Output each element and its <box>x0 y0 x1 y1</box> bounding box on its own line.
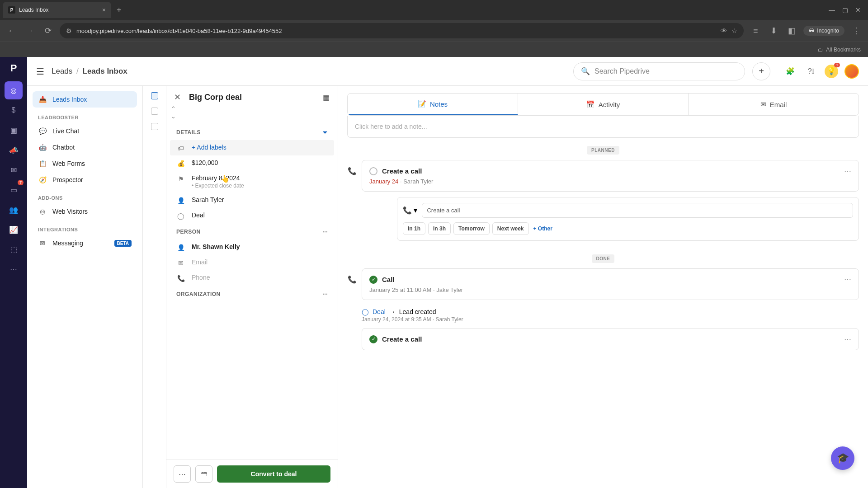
help-icon[interactable]: ?⃝ <box>804 64 818 79</box>
rail-deals-icon[interactable]: $ <box>5 101 23 119</box>
planned-activity-card[interactable]: 📞 Create a call ⋯ January 24 · Sarah Tyl… <box>362 160 859 192</box>
calendar-icon: 📅 <box>586 100 595 108</box>
list-checkbox[interactable] <box>151 123 158 130</box>
more-actions-button[interactable]: ⋯ <box>174 465 191 483</box>
activity-menu-icon[interactable]: ⋯ <box>844 167 851 175</box>
owner-row[interactable]: 👤 Sarah Tyler <box>166 192 338 208</box>
sidebar-item-prospector[interactable]: 🧭Prospector <box>33 172 137 188</box>
activity-title: Create a call <box>382 167 422 175</box>
minimize-icon[interactable]: — <box>829 6 835 14</box>
menu-toggle-icon[interactable]: ☰ <box>36 66 44 77</box>
rail-campaigns-icon[interactable]: 📣 <box>5 141 23 159</box>
event-text: Lead created <box>399 308 436 315</box>
hide-extension-icon[interactable]: 👁 <box>721 27 727 34</box>
complete-checkbox[interactable] <box>369 167 377 175</box>
archive-button[interactable]: 🗃 <box>195 465 212 483</box>
back-button[interactable]: ← <box>5 26 18 36</box>
add-labels-row[interactable]: 🏷 + Add labels <box>170 140 334 155</box>
quick-activity-input[interactable] <box>422 203 853 218</box>
quick-other-link[interactable]: + Other <box>533 225 552 232</box>
note-input[interactable]: Click here to add a note... <box>347 116 859 138</box>
filter-icon[interactable]: ⏷ <box>322 129 328 136</box>
sidebar-item-inbox[interactable]: 📥 Leads Inbox <box>33 91 137 108</box>
activity-menu-icon[interactable]: ⋯ <box>844 275 851 284</box>
reload-button[interactable]: ⟳ <box>42 26 54 36</box>
deal-link[interactable]: Deal <box>373 308 386 315</box>
url-bar[interactable]: ⚙ moodjoy.pipedrive.com/leads/inbox/db41… <box>60 23 744 38</box>
search-icon: 🔍 <box>581 67 590 75</box>
rail-mail-icon[interactable]: ✉ <box>5 161 23 179</box>
sidebar-heading-leadbooster: LEADBOOSTER <box>33 108 137 123</box>
call-dropdown-icon[interactable]: 📞 ▾ <box>403 206 417 215</box>
chat-icon: 💬 <box>38 127 47 135</box>
add-labels-link[interactable]: + Add labels <box>192 144 226 151</box>
quick-schedule-widget: 📞 ▾ In 1h In 3h Tomorrow Next week + Oth… <box>397 197 859 241</box>
section-menu-icon[interactable]: ⋯ <box>322 229 328 235</box>
completed-check-icon[interactable]: ✓ <box>369 276 377 284</box>
quick-3h-button[interactable]: In 3h <box>428 222 451 235</box>
activity-tabs: 📝Notes 📅Activity ✉Email <box>347 93 859 116</box>
new-tab-button[interactable]: + <box>117 5 122 15</box>
tab-activity[interactable]: 📅Activity <box>518 94 689 115</box>
next-lead-icon[interactable]: ⌄ <box>170 113 338 120</box>
done-activity-card[interactable]: 📞 ✓ Call ⋯ January 25 at 11:00 AM · Jake… <box>362 268 859 300</box>
activity-menu-icon[interactable]: ⋯ <box>844 335 851 343</box>
list-checkbox[interactable] <box>151 108 158 115</box>
avatar[interactable] <box>844 64 859 79</box>
extensions-icon[interactable]: 🧩 <box>783 64 797 79</box>
sidepanel-icon[interactable]: ◧ <box>785 26 798 36</box>
detail-footer: ⋯ 🗃 Convert to deal <box>166 460 338 488</box>
value-icon: 💰 <box>176 159 185 167</box>
close-window-icon[interactable]: ✕ <box>855 6 861 14</box>
list-checkbox[interactable] <box>151 92 158 99</box>
close-date-row[interactable]: ⚑ February 8, 2024 Expected close date <box>166 171 338 192</box>
help-fab[interactable]: 🎓 <box>831 446 854 470</box>
deal-type-row[interactable]: ◯ Deal <box>166 208 338 223</box>
close-tab-icon[interactable]: × <box>102 6 106 14</box>
browser-menu-icon[interactable]: ⋮ <box>850 26 863 36</box>
done-activity-card-2[interactable]: ✓ Create a call ⋯ <box>362 328 859 350</box>
browser-tab[interactable]: P Leads Inbox × <box>3 2 111 18</box>
quick-tomorrow-button[interactable]: Tomorrow <box>453 222 490 235</box>
downloads-icon[interactable]: ⬇ <box>767 26 780 36</box>
playlist-icon[interactable]: ≡ <box>749 26 762 36</box>
tab-email[interactable]: ✉Email <box>689 94 859 115</box>
sidebar-item-webforms[interactable]: 📋Web Forms <box>33 155 137 172</box>
close-icon[interactable]: ✕ <box>171 92 184 102</box>
quick-1h-button[interactable]: In 1h <box>403 222 425 235</box>
timeline-chip-done: DONE <box>592 254 615 263</box>
prev-lead-icon[interactable]: ⌃ <box>170 105 338 113</box>
grid-view-icon[interactable]: ▦ <box>323 93 330 102</box>
convert-to-deal-button[interactable]: Convert to deal <box>217 465 330 483</box>
quick-nextweek-button[interactable]: Next week <box>492 222 529 235</box>
bookmark-star-icon[interactable]: ☆ <box>731 27 737 34</box>
all-bookmarks-link[interactable]: All Bookmarks <box>826 47 861 53</box>
rail-insights-icon[interactable]: 📈 <box>5 221 23 239</box>
add-button[interactable]: + <box>752 62 770 80</box>
activity-title: Create a call <box>382 335 422 343</box>
site-settings-icon[interactable]: ⚙ <box>66 27 72 34</box>
person-email-row[interactable]: ✉ Email <box>166 255 338 270</box>
tab-notes[interactable]: 📝Notes <box>348 94 518 115</box>
rail-leads-icon[interactable]: ◎ <box>5 81 23 99</box>
sidebar-item-chatbot[interactable]: 🤖Chatbot <box>33 139 137 155</box>
completed-check-icon[interactable]: ✓ <box>369 335 377 343</box>
person-phone-row[interactable]: 📞 Phone <box>166 270 338 286</box>
rail-contacts-icon[interactable]: 👥 <box>5 201 23 219</box>
rail-activity-icon[interactable]: ▭7 <box>5 181 23 199</box>
sidebar-item-messaging[interactable]: ✉MessagingBETA <box>33 235 137 251</box>
breadcrumb-root[interactable]: Leads <box>52 67 72 75</box>
rail-projects-icon[interactable]: ▣ <box>5 121 23 139</box>
incognito-badge[interactable]: 🕶 Incognito <box>803 26 844 36</box>
logo-icon[interactable]: P <box>10 62 17 74</box>
sidebar-item-livechat[interactable]: 💬Live Chat <box>33 123 137 139</box>
section-menu-icon[interactable]: ⋯ <box>322 291 328 297</box>
person-name-row[interactable]: 👤 Mr. Shawn Kelly <box>166 239 338 255</box>
maximize-icon[interactable]: ▢ <box>842 6 848 14</box>
sidebar-item-webvisitors[interactable]: ◎Web Visitors <box>33 203 137 220</box>
tips-icon[interactable]: 💡? <box>825 65 838 78</box>
rail-more-icon[interactable]: ⋯ <box>5 260 23 278</box>
search-input[interactable]: 🔍 Search Pipedrive <box>573 62 745 80</box>
rail-products-icon[interactable]: ⬚ <box>5 240 23 258</box>
deal-value-row[interactable]: 💰 $120,000 <box>166 155 338 171</box>
